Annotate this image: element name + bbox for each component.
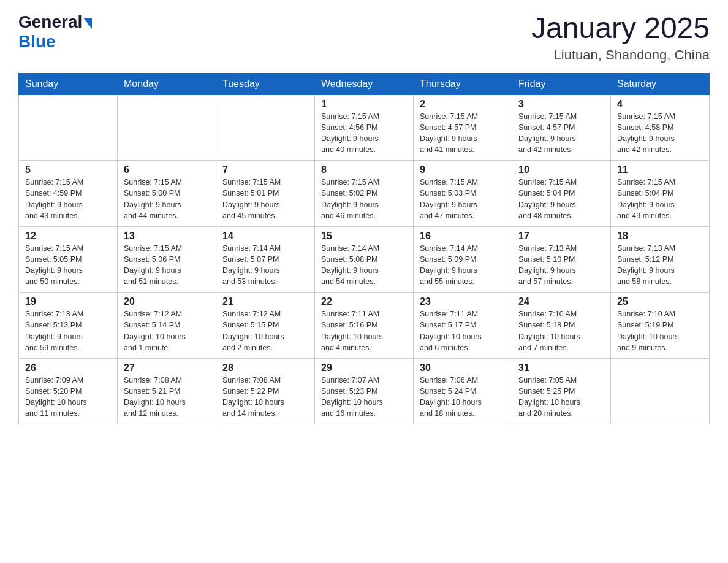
day-cell: 26Sunrise: 7:09 AMSunset: 5:20 PMDayligh… (19, 358, 118, 424)
day-cell: 2Sunrise: 7:15 AMSunset: 4:57 PMDaylight… (414, 94, 512, 161)
day-cell: 25Sunrise: 7:10 AMSunset: 5:19 PMDayligh… (611, 293, 710, 359)
day-number: 10 (518, 164, 604, 175)
logo-blue-text: Blue (18, 32, 92, 52)
day-number: 29 (321, 362, 407, 373)
page-header: General Blue January 2025 Liutuan, Shand… (18, 12, 710, 63)
day-number: 19 (25, 296, 111, 307)
day-cell: 29Sunrise: 7:07 AMSunset: 5:23 PMDayligh… (315, 358, 414, 424)
title-section: January 2025 Liutuan, Shandong, China (531, 12, 710, 63)
day-number: 28 (222, 362, 308, 373)
day-number: 24 (518, 296, 604, 307)
day-info: Sunrise: 7:13 AMSunset: 5:12 PMDaylight:… (617, 243, 703, 288)
day-cell: 3Sunrise: 7:15 AMSunset: 4:57 PMDaylight… (512, 94, 611, 161)
day-cell (216, 94, 315, 161)
day-info: Sunrise: 7:13 AMSunset: 5:13 PMDaylight:… (25, 308, 111, 353)
day-info: Sunrise: 7:14 AMSunset: 5:09 PMDaylight:… (420, 243, 506, 288)
day-cell: 11Sunrise: 7:15 AMSunset: 5:04 PMDayligh… (611, 161, 710, 227)
day-info: Sunrise: 7:15 AMSunset: 4:57 PMDaylight:… (420, 111, 506, 156)
day-cell: 5Sunrise: 7:15 AMSunset: 4:59 PMDaylight… (19, 161, 118, 227)
day-number: 22 (321, 296, 407, 307)
day-number: 15 (321, 231, 407, 242)
header-sunday: Sunday (19, 73, 118, 94)
day-cell: 30Sunrise: 7:06 AMSunset: 5:24 PMDayligh… (414, 358, 512, 424)
week-row-1: 1Sunrise: 7:15 AMSunset: 4:56 PMDaylight… (19, 94, 710, 161)
day-number: 3 (518, 99, 604, 110)
month-title: January 2025 (531, 12, 710, 45)
day-number: 16 (420, 231, 506, 242)
day-number: 9 (420, 164, 506, 175)
logo: General Blue (18, 12, 92, 52)
day-info: Sunrise: 7:11 AMSunset: 5:17 PMDaylight:… (420, 308, 506, 353)
day-cell: 20Sunrise: 7:12 AMSunset: 5:14 PMDayligh… (118, 293, 216, 359)
day-cell (611, 358, 710, 424)
day-number: 5 (25, 164, 111, 175)
day-info: Sunrise: 7:13 AMSunset: 5:10 PMDaylight:… (518, 243, 604, 288)
day-cell: 6Sunrise: 7:15 AMSunset: 5:00 PMDaylight… (118, 161, 216, 227)
day-cell: 7Sunrise: 7:15 AMSunset: 5:01 PMDaylight… (216, 161, 315, 227)
day-cell: 18Sunrise: 7:13 AMSunset: 5:12 PMDayligh… (611, 226, 710, 293)
day-info: Sunrise: 7:15 AMSunset: 5:05 PMDaylight:… (25, 243, 111, 288)
header-monday: Monday (118, 73, 216, 94)
day-number: 26 (25, 362, 111, 373)
header-thursday: Thursday (414, 73, 512, 94)
logo-arrow-icon (83, 18, 92, 29)
week-row-2: 5Sunrise: 7:15 AMSunset: 4:59 PMDaylight… (19, 161, 710, 227)
day-info: Sunrise: 7:15 AMSunset: 4:58 PMDaylight:… (617, 111, 703, 156)
day-number: 8 (321, 164, 407, 175)
day-number: 25 (617, 296, 703, 307)
day-number: 23 (420, 296, 506, 307)
day-info: Sunrise: 7:15 AMSunset: 5:04 PMDaylight:… (617, 177, 703, 221)
day-info: Sunrise: 7:12 AMSunset: 5:15 PMDaylight:… (222, 308, 308, 353)
day-info: Sunrise: 7:05 AMSunset: 5:25 PMDaylight:… (518, 375, 604, 419)
day-number: 13 (124, 231, 210, 242)
day-info: Sunrise: 7:15 AMSunset: 5:04 PMDaylight:… (518, 177, 604, 221)
day-number: 20 (124, 296, 210, 307)
week-row-4: 19Sunrise: 7:13 AMSunset: 5:13 PMDayligh… (19, 293, 710, 359)
day-cell (19, 94, 118, 161)
day-cell: 19Sunrise: 7:13 AMSunset: 5:13 PMDayligh… (19, 293, 118, 359)
day-info: Sunrise: 7:11 AMSunset: 5:16 PMDaylight:… (321, 308, 407, 353)
day-number: 2 (420, 99, 506, 110)
day-info: Sunrise: 7:06 AMSunset: 5:24 PMDaylight:… (420, 375, 506, 419)
day-cell: 15Sunrise: 7:14 AMSunset: 5:08 PMDayligh… (315, 226, 414, 293)
header-tuesday: Tuesday (216, 73, 315, 94)
day-info: Sunrise: 7:15 AMSunset: 5:00 PMDaylight:… (124, 177, 210, 221)
day-number: 4 (617, 99, 703, 110)
day-cell: 8Sunrise: 7:15 AMSunset: 5:02 PMDaylight… (315, 161, 414, 227)
day-number: 7 (222, 164, 308, 175)
day-number: 14 (222, 231, 308, 242)
day-cell: 16Sunrise: 7:14 AMSunset: 5:09 PMDayligh… (414, 226, 512, 293)
day-cell: 1Sunrise: 7:15 AMSunset: 4:56 PMDaylight… (315, 94, 414, 161)
day-info: Sunrise: 7:08 AMSunset: 5:21 PMDaylight:… (124, 375, 210, 419)
day-cell: 4Sunrise: 7:15 AMSunset: 4:58 PMDaylight… (611, 94, 710, 161)
day-number: 17 (518, 231, 604, 242)
day-info: Sunrise: 7:10 AMSunset: 5:18 PMDaylight:… (518, 308, 604, 353)
day-cell: 13Sunrise: 7:15 AMSunset: 5:06 PMDayligh… (118, 226, 216, 293)
header-saturday: Saturday (611, 73, 710, 94)
day-number: 30 (420, 362, 506, 373)
day-number: 1 (321, 99, 407, 110)
day-cell: 17Sunrise: 7:13 AMSunset: 5:10 PMDayligh… (512, 226, 611, 293)
day-cell: 24Sunrise: 7:10 AMSunset: 5:18 PMDayligh… (512, 293, 611, 359)
day-info: Sunrise: 7:15 AMSunset: 4:59 PMDaylight:… (25, 177, 111, 221)
day-cell: 10Sunrise: 7:15 AMSunset: 5:04 PMDayligh… (512, 161, 611, 227)
day-cell: 12Sunrise: 7:15 AMSunset: 5:05 PMDayligh… (19, 226, 118, 293)
day-cell: 28Sunrise: 7:08 AMSunset: 5:22 PMDayligh… (216, 358, 315, 424)
day-cell (118, 94, 216, 161)
day-info: Sunrise: 7:10 AMSunset: 5:19 PMDaylight:… (617, 308, 703, 353)
calendar-table: SundayMondayTuesdayWednesdayThursdayFrid… (18, 73, 710, 425)
week-row-5: 26Sunrise: 7:09 AMSunset: 5:20 PMDayligh… (19, 358, 710, 424)
day-number: 18 (617, 231, 703, 242)
day-number: 31 (518, 362, 604, 373)
logo-general-text: General (18, 12, 82, 32)
day-cell: 23Sunrise: 7:11 AMSunset: 5:17 PMDayligh… (414, 293, 512, 359)
day-cell: 14Sunrise: 7:14 AMSunset: 5:07 PMDayligh… (216, 226, 315, 293)
day-info: Sunrise: 7:09 AMSunset: 5:20 PMDaylight:… (25, 375, 111, 419)
day-number: 27 (124, 362, 210, 373)
day-info: Sunrise: 7:15 AMSunset: 5:02 PMDaylight:… (321, 177, 407, 221)
day-info: Sunrise: 7:15 AMSunset: 5:06 PMDaylight:… (124, 243, 210, 288)
day-number: 21 (222, 296, 308, 307)
day-cell: 22Sunrise: 7:11 AMSunset: 5:16 PMDayligh… (315, 293, 414, 359)
day-info: Sunrise: 7:15 AMSunset: 4:57 PMDaylight:… (518, 111, 604, 156)
header-wednesday: Wednesday (315, 73, 414, 94)
